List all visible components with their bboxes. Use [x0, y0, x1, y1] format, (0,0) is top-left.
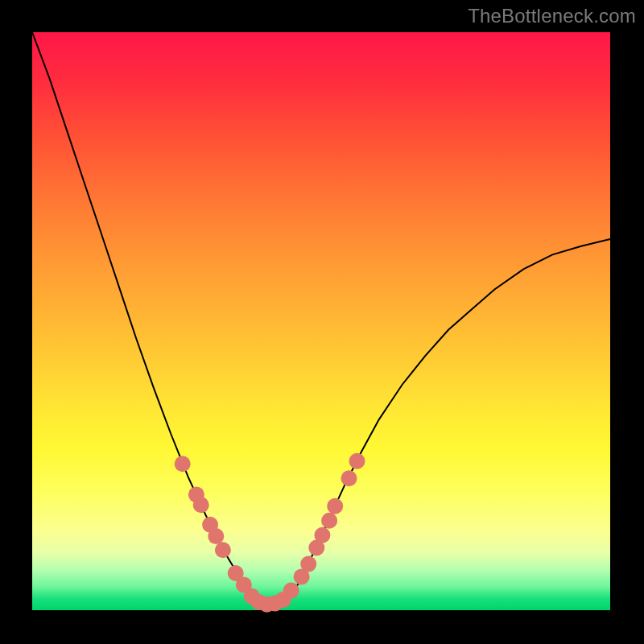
chart-svg — [32, 32, 610, 610]
curve-marker — [327, 498, 343, 514]
marker-group — [175, 453, 365, 613]
curve-marker — [314, 527, 330, 543]
curve-marker — [341, 470, 357, 486]
curve-marker — [193, 497, 209, 513]
curve-marker — [208, 528, 224, 544]
chart-frame: TheBottleneck.com — [0, 0, 644, 644]
bottleneck-curve — [32, 32, 610, 605]
plot-area — [32, 32, 610, 610]
curve-marker — [283, 583, 299, 599]
curve-marker — [300, 556, 316, 572]
watermark-text: TheBottleneck.com — [468, 5, 636, 27]
curve-marker — [175, 456, 191, 472]
curve-marker — [349, 453, 365, 469]
curve-marker — [321, 513, 337, 529]
curve-marker — [215, 542, 231, 558]
